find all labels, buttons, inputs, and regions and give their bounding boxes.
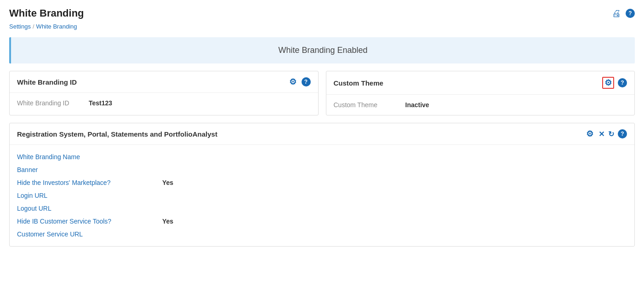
field-row: White Branding Name: [17, 150, 627, 163]
white-branding-id-card-body: White Branding ID Test123: [10, 93, 318, 113]
white-branding-id-gear-icon[interactable]: ⚙: [288, 77, 298, 87]
registration-close-icon[interactable]: ✕: [598, 130, 604, 138]
field-value: Yes: [162, 179, 173, 186]
field-label: Customer Service URL: [17, 230, 155, 238]
white-branding-id-card: White Branding ID ⚙ ? White Branding ID …: [9, 71, 319, 115]
cards-row: White Branding ID ⚙ ? White Branding ID …: [9, 71, 635, 115]
white-branding-id-card-icons: ⚙ ?: [288, 77, 311, 87]
custom-theme-label: Custom Theme: [334, 101, 398, 109]
field-row: Customer Service URL: [17, 228, 627, 241]
registration-section-header: Registration System, Portal, Statements …: [10, 123, 634, 145]
white-branding-id-title: White Branding ID: [17, 78, 77, 86]
enabled-banner: White Branding Enabled: [9, 37, 635, 63]
breadcrumb-parent[interactable]: Settings: [9, 23, 31, 30]
field-row: Hide the Investors' Marketplace?Yes: [17, 176, 627, 189]
custom-theme-card: Custom Theme ⚙ ? Custom Theme Inactive: [326, 71, 635, 115]
registration-refresh-icon[interactable]: ↻: [608, 130, 614, 138]
registration-section-body: White Branding NameBannerHide the Invest…: [10, 145, 634, 246]
field-label: Hide IB Customer Service Tools?: [17, 218, 155, 225]
page-title: White Branding: [9, 7, 84, 19]
top-help-icon[interactable]: ?: [626, 9, 635, 18]
field-label: Hide the Investors' Marketplace?: [17, 179, 155, 186]
field-row: Login URL: [17, 189, 627, 202]
field-row: Banner: [17, 163, 627, 176]
custom-theme-gear-icon[interactable]: ⚙: [602, 77, 614, 89]
registration-section-card: Registration System, Portal, Statements …: [9, 123, 635, 247]
field-label: Banner: [17, 166, 155, 173]
field-label: Login URL: [17, 192, 155, 199]
print-icon[interactable]: 🖨: [612, 8, 621, 19]
white-branding-id-help-icon[interactable]: ?: [302, 77, 311, 86]
custom-theme-value: Inactive: [405, 101, 429, 109]
field-row: Logout URL: [17, 202, 627, 215]
registration-section-title: Registration System, Portal, Statements …: [17, 130, 217, 138]
card-header-custom-theme: Custom Theme ⚙ ?: [326, 71, 635, 95]
field-label: Logout URL: [17, 205, 155, 212]
custom-theme-card-body: Custom Theme Inactive: [326, 95, 635, 115]
custom-theme-row: Custom Theme Inactive: [334, 101, 627, 109]
breadcrumb: Settings / White Branding: [9, 23, 635, 30]
breadcrumb-current: White Branding: [36, 23, 77, 30]
field-value: Yes: [162, 218, 173, 225]
field-label: White Branding Name: [17, 153, 155, 161]
white-branding-id-value: Test123: [89, 99, 112, 107]
field-row: Hide IB Customer Service Tools?Yes: [17, 215, 627, 228]
custom-theme-title: Custom Theme: [334, 79, 383, 87]
white-branding-id-row: White Branding ID Test123: [17, 99, 311, 107]
white-branding-id-label: White Branding ID: [17, 99, 81, 107]
breadcrumb-separator: /: [33, 23, 34, 30]
header-icons: 🖨 ?: [612, 8, 635, 19]
registration-section-header-icons: ⚙ ✕ ↻ ?: [585, 129, 627, 139]
registration-gear-icon[interactable]: ⚙: [585, 129, 595, 139]
custom-theme-card-icons: ⚙ ?: [602, 77, 627, 89]
registration-help-icon[interactable]: ?: [618, 129, 627, 138]
custom-theme-help-icon[interactable]: ?: [618, 78, 627, 87]
card-header-white-branding-id: White Branding ID ⚙ ?: [10, 71, 318, 93]
